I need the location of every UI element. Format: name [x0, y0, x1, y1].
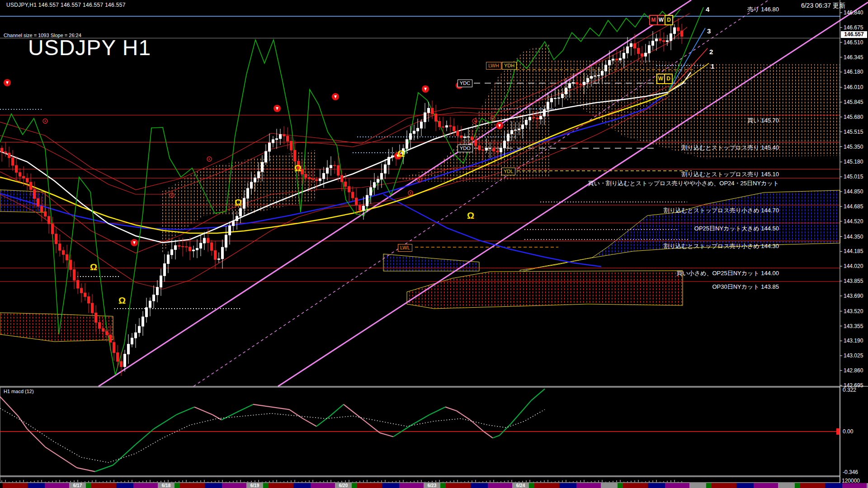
date-label: 6/18 [158, 483, 175, 488]
trade-annotation: 買い小さめ、OP25日NYカット 144.00 [676, 269, 779, 277]
y-axis-tick: 146.180 [844, 69, 863, 75]
pivot-label-lwl[interactable]: LWL [398, 244, 412, 252]
fan-number-1: 1 [711, 62, 714, 70]
y-axis-tick: 143.520 [844, 308, 863, 314]
date-label: 6/19 [246, 483, 263, 488]
current-price-badge: 146.557 [841, 31, 867, 38]
y-axis-tick: 143.690 [844, 293, 863, 299]
trading-terminal: ΩΩΩΩΩΩ USDJPY,H1 146.557 146.557 146.557… [0, 0, 868, 488]
y-axis-tick: 146.510 [844, 39, 863, 46]
svg-text:Ω: Ω [397, 149, 405, 159]
svg-text:Ω: Ω [235, 197, 242, 207]
svg-text:Ω: Ω [467, 211, 474, 221]
y-axis-tick: 146.840 [844, 9, 863, 16]
pivot-label-ydh[interactable]: YDH [502, 62, 517, 70]
symbol-ohlc-readout: USDJPY,H1 146.557 146.557 146.557 146.55… [6, 2, 126, 8]
y-axis-tick: 144.185 [844, 248, 863, 254]
y-axis-tick: 146.675 [844, 24, 863, 31]
pivot-label-ydo[interactable]: YDO [458, 145, 473, 152]
y-axis-tick: 142.695 [844, 382, 863, 389]
macd-panel-graphics [0, 389, 840, 472]
y-axis-tick: 146.010 [844, 84, 863, 90]
trade-annotation: 割り込むとストップロス売り小さめ 144.70 [664, 206, 779, 215]
y-axis-tick: 143.025 [844, 352, 863, 359]
svg-text:Ω: Ω [118, 296, 126, 305]
y-axis-tick: 142.860 [844, 367, 863, 374]
y-axis-tick: 145.680 [844, 114, 863, 120]
trade-annotation: 割り込むとストップロス売り 145.40 [682, 144, 779, 152]
volume-scale-label: 120000 [842, 478, 860, 484]
svg-text:Ω: Ω [90, 262, 97, 272]
pivot-label-ydl[interactable]: YDL [501, 168, 515, 175]
date-label: 6/17 [69, 483, 86, 488]
date-label: 6/20 [335, 483, 352, 488]
y-axis-tick: 145.515 [844, 129, 863, 135]
y-axis-tick: 144.350 [844, 234, 863, 240]
chart-watermark-title: USDJPY H1 [28, 35, 151, 60]
trade-annotation: 買い・割り込むとストップロス売りやや小さめ、OP24・25日NYカット [588, 179, 779, 188]
timeframe-box-d[interactable]: D [665, 15, 673, 25]
trade-annotation: OP25日NYカット大きめ 144.50 [694, 225, 779, 233]
macd-scale-zero: 0.00 [843, 428, 853, 435]
fan-number-2: 2 [709, 48, 713, 56]
fan-number-3: 3 [707, 27, 711, 35]
y-axis-tick: 145.350 [844, 144, 863, 150]
channel-info-readout: Channel size = 1093 Slope = 26:24 [4, 33, 81, 38]
y-axis-tick: 144.850 [844, 188, 863, 195]
y-axis-tick: 146.345 [844, 54, 863, 61]
y-axis-tick: 144.520 [844, 218, 863, 225]
y-axis-tick: 145.015 [844, 174, 863, 180]
y-axis-tick: 144.020 [844, 263, 863, 269]
y-axis-tick: 143.855 [844, 278, 863, 284]
trade-annotation: 割り込むとストップロス売り 145.10 [682, 170, 779, 178]
macd-indicator-label: H1 macd (12) [4, 389, 34, 394]
date-label: 6/24 [512, 483, 529, 488]
trade-annotation: 買い 145.70 [747, 117, 779, 125]
svg-text:Ω: Ω [294, 163, 302, 173]
y-axis-tick: 144.685 [844, 203, 863, 210]
pivot-label-ydc[interactable]: YDC [458, 80, 472, 87]
volume-strip-graphics [2, 480, 682, 482]
fan-number-4: 4 [706, 5, 709, 13]
date-label: 6/23 [424, 483, 440, 488]
trade-annotation: OP30日NYカット 143.85 [712, 283, 779, 291]
trade-annotation: 売り 146.80 [747, 5, 779, 14]
macd-scale-min: -0.346 [843, 469, 858, 475]
y-axis-tick: 143.190 [844, 338, 863, 344]
pivot-label-lwh[interactable]: LWH [486, 62, 501, 70]
update-timestamp: 6/23 06:37 更新 [801, 2, 845, 10]
y-axis-tick: 145.180 [844, 159, 863, 165]
trade-annotation: 割り込むとストップロス売り小さめ 144.30 [664, 242, 779, 250]
y-axis-tick: 145.845 [844, 99, 863, 105]
y-axis-tick: 143.355 [844, 323, 863, 329]
timeframe-box-d[interactable]: D [664, 74, 673, 84]
